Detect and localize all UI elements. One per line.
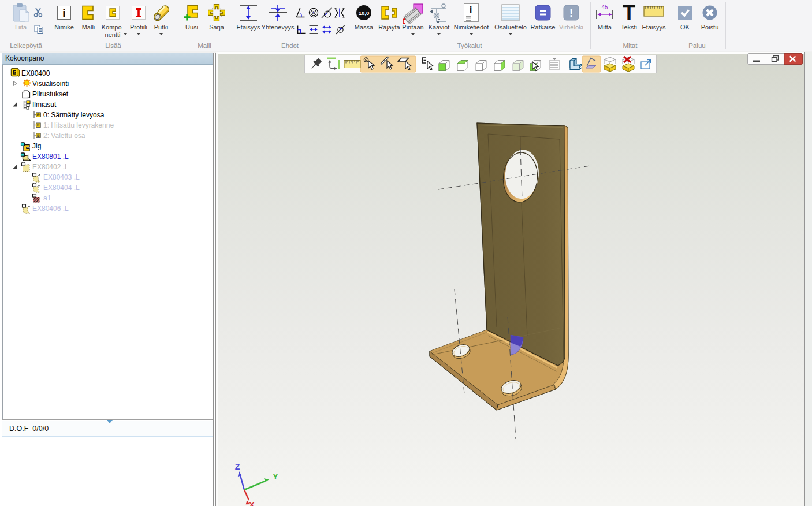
svg-text:!: ! [569, 6, 573, 19]
svg-text:i: i [62, 6, 66, 20]
svg-text:i: i [470, 5, 472, 16]
svg-text:T: T [623, 3, 635, 22]
svg-text:Z: Z [235, 462, 240, 471]
svg-text:Y: Y [273, 472, 278, 481]
svg-text:10,0: 10,0 [359, 10, 370, 16]
svg-text:X: X [249, 500, 255, 506]
svg-text:45: 45 [601, 4, 608, 10]
